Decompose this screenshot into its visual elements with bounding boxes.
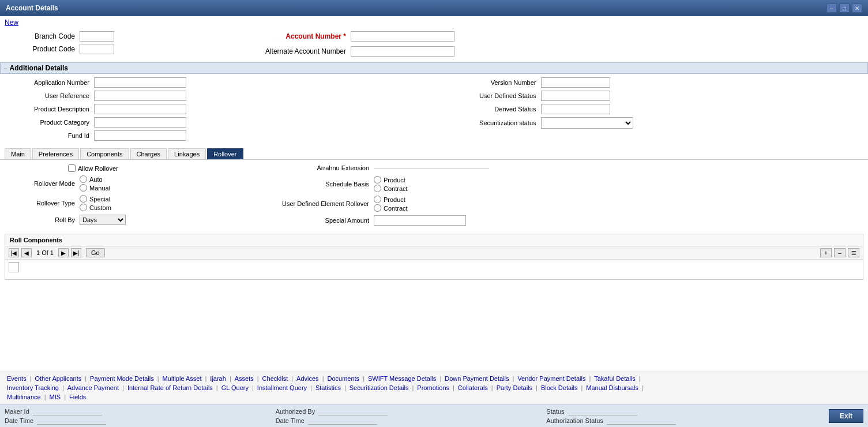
product-code-label: Product Code — [5, 45, 80, 53]
nav-collaterals[interactable]: Collaterals — [456, 384, 490, 392]
nav-vendor-payment[interactable]: Vendor Payment Details — [515, 374, 588, 383]
user-reference-input[interactable] — [94, 91, 186, 101]
user-reference-label: User Reference — [5, 92, 94, 99]
rollover-mode-auto-radio[interactable] — [80, 175, 87, 183]
next-page-button[interactable]: ▶ — [58, 248, 69, 257]
first-page-button[interactable]: |◀ — [9, 248, 19, 257]
ude-rollover-contract-radio[interactable] — [374, 204, 381, 212]
date-time-label-2: Date Time — [276, 417, 305, 424]
nav-multifinance[interactable]: Multifinance — [5, 393, 43, 401]
nav-fields[interactable]: Fields — [67, 393, 88, 401]
roll-component-checkbox[interactable] — [9, 262, 19, 272]
version-number-label: Version Number — [440, 79, 541, 86]
rollover-type-custom-radio[interactable] — [80, 204, 87, 211]
roll-by-select[interactable]: Days Months Years — [80, 215, 126, 225]
nav-takaful[interactable]: Takaful Details — [592, 374, 638, 383]
schedule-basis-product-radio[interactable] — [374, 176, 381, 183]
exit-button[interactable]: Exit — [829, 409, 863, 423]
nav-down-payment[interactable]: Down Payment Details — [442, 374, 511, 383]
nav-checklist[interactable]: Checklist — [260, 374, 291, 383]
rollover-mode-manual-radio[interactable] — [80, 184, 87, 192]
product-category-input[interactable] — [94, 117, 186, 128]
authorized-by-label: Authorized By — [276, 408, 315, 415]
go-button[interactable]: Go — [86, 248, 105, 257]
footer-col-maker: Maker Id Date Time — [5, 407, 276, 425]
application-number-label: Application Number — [5, 79, 94, 86]
nav-block-details[interactable]: Block Details — [539, 384, 580, 392]
delete-row-button[interactable]: – — [834, 248, 846, 257]
nav-advices[interactable]: Advices — [294, 374, 321, 383]
nav-mis[interactable]: MIS — [47, 393, 63, 401]
tab-charges[interactable]: Charges — [130, 148, 167, 159]
close-button[interactable]: ✕ — [852, 3, 862, 13]
tab-components[interactable]: Components — [80, 148, 129, 159]
rollover-mode-manual-label: Manual — [89, 185, 110, 192]
roll-components-section: Roll Components |◀ ◀ 1 Of 1 ▶ ▶| Go + – … — [5, 234, 863, 280]
nav-securitization[interactable]: Securitization Details — [347, 384, 411, 392]
product-code-input[interactable] — [80, 44, 114, 54]
product-description-input[interactable] — [94, 104, 186, 114]
application-number-input[interactable] — [94, 77, 186, 88]
window-title: Account Details — [6, 4, 58, 12]
rollover-type-special-radio[interactable] — [80, 195, 87, 203]
branch-code-input[interactable] — [80, 31, 114, 42]
nav-promotions[interactable]: Promotions — [415, 384, 452, 392]
add-row-button[interactable]: + — [820, 248, 832, 257]
rollover-mode-label: Rollover Mode — [5, 180, 80, 187]
tab-preferences[interactable]: Preferences — [32, 148, 79, 159]
tab-linkages[interactable]: Linkages — [168, 148, 206, 159]
special-amount-label: Special Amount — [270, 217, 374, 224]
special-amount-input[interactable] — [374, 215, 466, 226]
account-number-input[interactable] — [351, 31, 454, 42]
maximize-button[interactable]: □ — [839, 3, 850, 13]
nav-assets[interactable]: Assets — [232, 374, 256, 383]
status-label: Status — [546, 408, 564, 415]
date-time-value-2 — [308, 417, 377, 425]
nav-inventory-tracking[interactable]: Inventory Tracking — [5, 384, 61, 392]
nav-multiple-asset[interactable]: Multiple Asset — [160, 374, 204, 383]
securitization-status-label: Securitization status — [440, 119, 541, 126]
ude-rollover-product-label: Product — [384, 196, 405, 203]
nav-events[interactable]: Events — [5, 374, 29, 383]
derived-status-input[interactable] — [541, 104, 610, 114]
user-defined-status-input[interactable] — [541, 91, 610, 101]
tab-rollover[interactable]: Rollover — [207, 148, 243, 159]
prev-page-button[interactable]: ◀ — [21, 248, 32, 257]
nav-swift-message[interactable]: SWIFT Message Details — [366, 374, 438, 383]
minimize-button[interactable]: – — [826, 3, 837, 13]
bottom-nav-row-1: Events | Other Applicants | Payment Mode… — [5, 374, 863, 383]
title-bar: Account Details – □ ✕ — [0, 0, 868, 16]
nav-advance-payment[interactable]: Advance Payment — [65, 384, 121, 392]
menu-button[interactable]: ☰ — [848, 248, 859, 257]
schedule-basis-label: Schedule Basis — [270, 181, 374, 188]
last-page-button[interactable]: ▶| — [71, 248, 81, 257]
top-form: Branch Code Product Code Account Number … — [0, 29, 868, 61]
schedule-basis-contract-radio[interactable] — [374, 185, 381, 192]
nav-party-details[interactable]: Party Details — [494, 384, 535, 392]
date-time-label-1: Date Time — [5, 417, 33, 424]
additional-details-header[interactable]: – Additional Details — [0, 62, 868, 74]
date-time-value-1 — [37, 417, 106, 425]
fund-id-label: Fund Id — [5, 132, 94, 139]
fund-id-input[interactable] — [94, 130, 186, 141]
additional-details-content: Application Number User Reference Produc… — [0, 75, 868, 146]
ude-rollover-contract-label: Contract — [384, 205, 408, 212]
nav-payment-mode-details[interactable]: Payment Mode Details — [88, 374, 156, 383]
ude-rollover-product-radio[interactable] — [374, 196, 381, 203]
new-link[interactable]: New — [0, 16, 868, 29]
allow-rollover-checkbox[interactable] — [68, 164, 76, 172]
additional-details-title: Additional Details — [10, 64, 68, 72]
version-number-input[interactable] — [541, 77, 610, 88]
alternate-account-input[interactable] — [351, 46, 454, 57]
tab-main[interactable]: Main — [5, 148, 31, 159]
securitization-status-select[interactable] — [541, 117, 633, 129]
nav-irr[interactable]: Internal Rate of Return Details — [125, 384, 215, 392]
nav-installment-query[interactable]: Installment Query — [255, 384, 309, 392]
nav-manual-disbursals[interactable]: Manual Disbursals — [584, 384, 640, 392]
nav-documents[interactable]: Documents — [325, 374, 362, 383]
nav-ijarah[interactable]: Ijarah — [208, 374, 228, 383]
roll-by-label: Roll By — [5, 216, 80, 223]
nav-gl-query[interactable]: GL Query — [219, 384, 251, 392]
nav-statistics[interactable]: Statistics — [313, 384, 343, 392]
nav-other-applicants[interactable]: Other Applicants — [33, 374, 84, 383]
